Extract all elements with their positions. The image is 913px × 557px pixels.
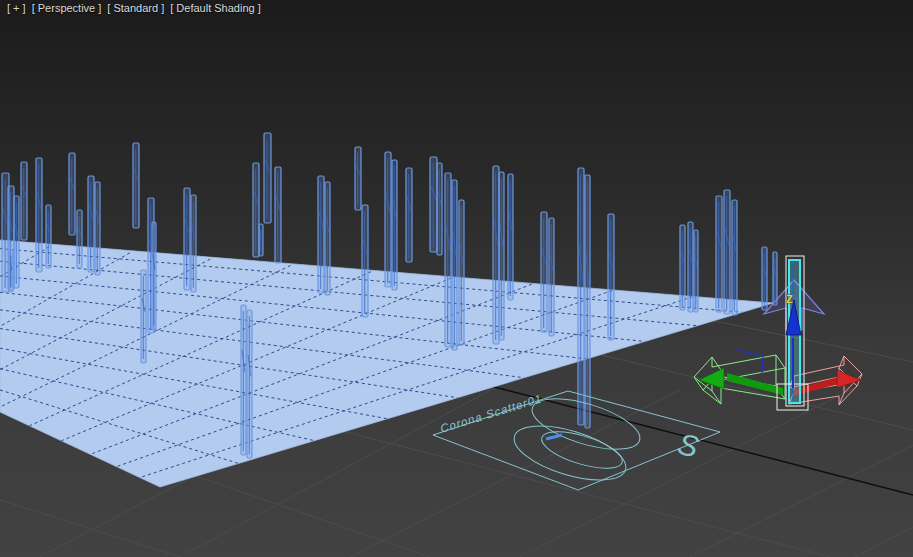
blade-object[interactable] xyxy=(406,168,412,262)
blade-object[interactable] xyxy=(392,160,397,290)
viewport-menu-pov[interactable]: [ Perspective ] xyxy=(32,2,102,14)
blade-object[interactable] xyxy=(493,166,499,344)
blade-object[interactable] xyxy=(355,147,361,210)
blade-object[interactable] xyxy=(459,200,464,345)
blade-object[interactable] xyxy=(445,173,451,347)
blade-object[interactable] xyxy=(452,180,457,350)
blade-object[interactable] xyxy=(325,182,330,295)
blade-object[interactable] xyxy=(259,224,263,256)
blade-object[interactable] xyxy=(247,310,252,458)
viewport-menu-renderer[interactable]: [ Standard ] xyxy=(107,2,164,14)
scene-svg: SCorona Scatter01Z xyxy=(0,0,913,557)
blade-object[interactable] xyxy=(385,152,391,287)
blade-object[interactable] xyxy=(9,250,13,292)
blade-object[interactable] xyxy=(14,196,19,288)
blade-object[interactable] xyxy=(318,176,324,293)
blade-object[interactable] xyxy=(77,210,82,268)
blade-object[interactable] xyxy=(578,168,584,425)
max-viewport: SCorona Scatter01Z [ + ] [ Perspective ]… xyxy=(0,0,913,557)
blade-object[interactable] xyxy=(430,157,437,252)
blade-object[interactable] xyxy=(69,153,75,235)
blade-object[interactable] xyxy=(264,133,271,223)
blade-object[interactable] xyxy=(36,158,42,272)
blade-object[interactable] xyxy=(732,200,737,315)
blade-object[interactable] xyxy=(95,182,100,275)
blade-object[interactable] xyxy=(437,163,442,255)
viewport-menu-general[interactable]: [ + ] xyxy=(7,2,26,14)
blade-object[interactable] xyxy=(549,218,554,336)
blade-object[interactable] xyxy=(541,212,547,332)
blade-object[interactable] xyxy=(716,196,722,312)
blade-object[interactable] xyxy=(694,230,698,312)
blade-object[interactable] xyxy=(253,163,259,257)
blade-object[interactable] xyxy=(191,195,196,292)
blade-object[interactable] xyxy=(21,162,27,240)
blade-object[interactable] xyxy=(680,225,685,310)
blade-object[interactable] xyxy=(608,214,614,340)
blade-object[interactable] xyxy=(773,252,777,305)
blade-object[interactable] xyxy=(46,205,51,268)
blade-object[interactable] xyxy=(275,167,281,263)
blade-object[interactable] xyxy=(724,190,730,314)
blade-object[interactable] xyxy=(762,247,767,310)
blade-object[interactable] xyxy=(688,222,693,312)
blade-object[interactable] xyxy=(241,305,246,455)
viewport-menu-shading[interactable]: [ Default Shading ] xyxy=(170,2,261,14)
viewport-label-bar: [ + ] [ Perspective ] [ Standard ] [ Def… xyxy=(7,2,261,14)
blade-object[interactable] xyxy=(362,205,368,317)
blade-object[interactable] xyxy=(141,270,146,363)
blade-object[interactable] xyxy=(508,174,513,300)
blade-object[interactable] xyxy=(184,188,190,290)
blade-object[interactable] xyxy=(499,172,504,340)
gizmo-z-label: Z xyxy=(786,293,793,305)
blade-object[interactable] xyxy=(88,176,94,272)
blade-object[interactable] xyxy=(133,143,139,228)
blade-object[interactable] xyxy=(585,175,590,428)
blade-object[interactable] xyxy=(152,222,156,330)
